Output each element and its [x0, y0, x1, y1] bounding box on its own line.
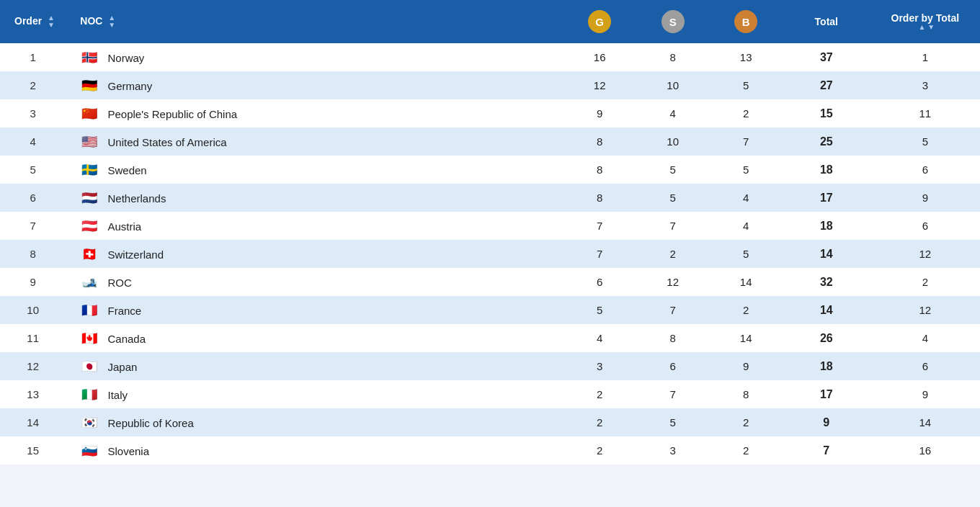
table-header-row: Order ▲▼ NOC ▲▼ G S B Total [0, 0, 980, 43]
table-row: 6 🇳🇱 Netherlands 8 5 4 17 9 [0, 184, 980, 212]
bronze-cell: 7 [709, 127, 782, 156]
gold-column-header[interactable]: G [563, 0, 636, 43]
country-flag: 🎿 [80, 276, 99, 289]
total-cell: 37 [783, 43, 870, 71]
table-row: 15 🇸🇮 Slovenia 2 3 2 7 16 [0, 436, 980, 465]
country-name: Japan [108, 361, 138, 373]
table-row: 13 🇮🇹 Italy 2 7 8 17 9 [0, 380, 980, 408]
order-sort-arrows[interactable]: ▲▼ [48, 14, 55, 29]
country-flag: 🇳🇱 [80, 192, 99, 205]
total-cell: 9 [783, 408, 870, 436]
table-row: 8 🇨🇭 Switzerland 7 2 5 14 12 [0, 240, 980, 268]
total-column-header[interactable]: Total [783, 0, 870, 43]
country-name: Norway [108, 52, 145, 64]
bronze-cell: 5 [709, 156, 782, 184]
silver-cell: 5 [636, 184, 709, 212]
country-flag: 🇸🇮 [80, 444, 99, 457]
silver-cell: 7 [636, 296, 709, 324]
noc-cell: 🇸🇪 Sweden [66, 156, 563, 184]
country-flag: 🇳🇴 [80, 51, 99, 64]
country-flag: 🇩🇪 [80, 79, 99, 92]
silver-cell: 6 [636, 352, 709, 380]
bronze-cell: 2 [709, 436, 782, 465]
country-flag: 🇸🇪 [80, 163, 99, 176]
order-by-total-cell: 14 [870, 408, 980, 436]
bronze-cell: 4 [709, 184, 782, 212]
silver-cell: 10 [636, 127, 709, 156]
order-by-total-cell: 12 [870, 240, 980, 268]
silver-medal-icon: S [662, 10, 685, 33]
gold-cell: 5 [563, 296, 636, 324]
noc-label: NOC [80, 15, 102, 27]
country-name: Austria [108, 220, 142, 233]
noc-column-header[interactable]: NOC ▲▼ [66, 0, 563, 43]
bronze-cell: 14 [709, 268, 782, 296]
silver-column-header[interactable]: S [636, 0, 709, 43]
medals-table: Order ▲▼ NOC ▲▼ G S B Total [0, 0, 980, 465]
country-flag: 🇨🇦 [80, 332, 99, 345]
medals-table-body: 1 🇳🇴 Norway 16 8 13 37 1 2 🇩🇪 Germany 12… [0, 43, 980, 465]
medals-table-container: Order ▲▼ NOC ▲▼ G S B Total [0, 0, 980, 465]
silver-cell: 2 [636, 240, 709, 268]
noc-cell: 🇳🇱 Netherlands [66, 184, 563, 212]
gold-cell: 2 [563, 408, 636, 436]
order-by-total-cell: 11 [870, 99, 980, 127]
order-cell: 14 [0, 408, 66, 436]
order-cell: 5 [0, 156, 66, 184]
gold-cell: 9 [563, 99, 636, 127]
order-column-header[interactable]: Order ▲▼ [0, 0, 66, 43]
table-row: 10 🇫🇷 France 5 7 2 14 12 [0, 296, 980, 324]
order-label: Order [14, 15, 42, 27]
order-cell: 9 [0, 268, 66, 296]
order-cell: 15 [0, 436, 66, 465]
order-cell: 8 [0, 240, 66, 268]
gold-cell: 8 [563, 127, 636, 156]
order-cell: 11 [0, 324, 66, 352]
silver-cell: 5 [636, 408, 709, 436]
table-row: 14 🇰🇷 Republic of Korea 2 5 2 9 14 [0, 408, 980, 436]
bronze-cell: 2 [709, 99, 782, 127]
total-cell: 26 [783, 324, 870, 352]
bronze-column-header[interactable]: B [709, 0, 782, 43]
total-cell: 32 [783, 268, 870, 296]
total-cell: 17 [783, 380, 870, 408]
order-by-total-cell: 9 [870, 380, 980, 408]
bronze-cell: 4 [709, 212, 782, 240]
total-cell: 18 [783, 352, 870, 380]
order-by-total-column-header[interactable]: Order by Total ▲ ▼ [870, 0, 980, 43]
gold-cell: 12 [563, 71, 636, 99]
silver-cell: 7 [636, 212, 709, 240]
order-by-total-cell: 6 [870, 212, 980, 240]
bronze-cell: 8 [709, 380, 782, 408]
country-name: Canada [108, 333, 146, 345]
order-cell: 10 [0, 296, 66, 324]
order-cell: 7 [0, 212, 66, 240]
table-row: 1 🇳🇴 Norway 16 8 13 37 1 [0, 43, 980, 71]
gold-cell: 2 [563, 436, 636, 465]
order-cell: 6 [0, 184, 66, 212]
order-by-total-cell: 9 [870, 184, 980, 212]
silver-cell: 5 [636, 156, 709, 184]
noc-sort-arrows[interactable]: ▲▼ [108, 14, 115, 29]
noc-cell: 🇦🇹 Austria [66, 212, 563, 240]
table-row: 12 🇯🇵 Japan 3 6 9 18 6 [0, 352, 980, 380]
table-row: 7 🇦🇹 Austria 7 7 4 18 6 [0, 212, 980, 240]
country-name: People's Republic of China [108, 108, 238, 120]
order-by-total-header-content: Order by Total ▲ ▼ [878, 12, 973, 32]
silver-cell: 7 [636, 380, 709, 408]
country-name: Italy [108, 389, 128, 401]
order-by-total-cell: 2 [870, 268, 980, 296]
country-name: France [108, 305, 142, 317]
country-flag: 🇨🇭 [80, 248, 99, 261]
country-flag: 🇮🇹 [80, 388, 99, 401]
noc-cell: 🇯🇵 Japan [66, 352, 563, 380]
noc-cell: 🇫🇷 France [66, 296, 563, 324]
bronze-cell: 13 [709, 43, 782, 71]
noc-cell: 🇺🇸 United States of America [66, 127, 563, 156]
gold-cell: 4 [563, 324, 636, 352]
bronze-cell: 5 [709, 71, 782, 99]
order-by-total-sort-arrows[interactable]: ▲ ▼ [919, 24, 935, 31]
total-cell: 7 [783, 436, 870, 465]
order-by-total-cell: 5 [870, 127, 980, 156]
gold-cell: 2 [563, 380, 636, 408]
